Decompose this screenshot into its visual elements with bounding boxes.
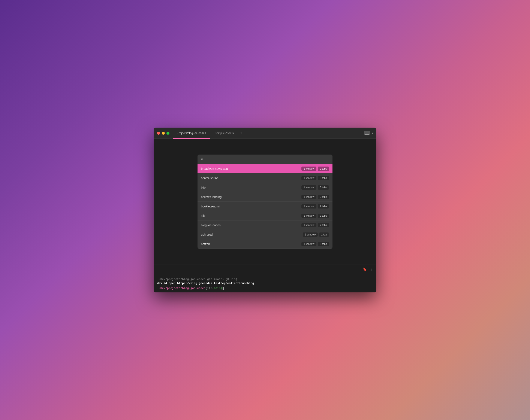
window-badge: 1 window <box>301 185 316 190</box>
prompt-path: ~/Dev/projects/blog-joe-codes <box>157 287 206 290</box>
session-name: batzen <box>201 242 210 246</box>
window-badge: 1 window <box>301 176 316 180</box>
session-add-button[interactable]: + <box>327 157 329 161</box>
main-content: # + broadway-news-app 1 window 2 tabs se… <box>154 139 376 293</box>
terminal-history-text: ~/Dev/projects/blog-joe-codes git:(main)… <box>157 278 237 281</box>
tab-label: Compile Assets <box>214 131 234 135</box>
session-item-blog-joe-codes[interactable]: blog-joe-codes 1 window 2 tabs <box>197 221 333 230</box>
session-name: server-sprint <box>201 176 218 180</box>
session-item-bellows-landing[interactable]: bellows-landing 1 window 2 tabs <box>197 192 333 202</box>
window-badge: 1 window <box>301 214 316 218</box>
tabs-badge: 2 tabs <box>318 204 329 209</box>
window-switcher[interactable] <box>364 131 370 135</box>
session-name: broadway-news-app <box>201 167 228 170</box>
tabs-badge: 5 tabs <box>318 185 329 190</box>
session-item-booklets-admin[interactable]: booklets-admin 1 window 2 tabs <box>197 202 333 211</box>
session-name: blip <box>201 186 206 189</box>
chevron-down-icon[interactable]: ▾ <box>372 132 373 135</box>
prompt-branch: (main) <box>212 287 222 290</box>
session-badges: 1 window 5 tabs <box>301 185 329 190</box>
session-badges: 1 window 2 tabs <box>301 223 329 227</box>
terminal-prompt: ~/Dev/projects/blog-joe-codes git:(main) <box>157 287 373 290</box>
session-badges: 1 window 5 tabs <box>301 176 329 180</box>
session-badges: 1 window 1 tab <box>303 233 329 237</box>
session-panel: # + broadway-news-app 1 window 2 tabs se… <box>197 154 333 249</box>
session-badges: 1 window 2 tabs <box>301 195 329 199</box>
window-badge: 1 window <box>301 242 316 246</box>
tab-blog-joe-codes[interactable]: ..rojects/blog-joe-codes <box>173 127 210 139</box>
window-badge: 1 window <box>303 233 318 237</box>
tab-compile-assets[interactable]: Compile Assets <box>210 127 238 139</box>
session-item-batzen[interactable]: batzen 1 window 5 tabs <box>197 239 333 249</box>
titlebar: ..rojects/blog-joe-codes Compile Assets … <box>154 127 376 139</box>
tabs-badge: 2 tabs <box>318 167 329 171</box>
terminal-actions: 🔖 ⋮ <box>363 267 373 272</box>
session-name: ssh-prod <box>201 233 212 236</box>
session-item-sift[interactable]: sift 1 window 3 tabs <box>197 211 333 221</box>
window-badge: 1 window <box>301 223 316 227</box>
session-badges: 1 window 2 tabs <box>301 204 329 209</box>
tabs-badge: 3 tabs <box>318 214 329 218</box>
tabs-badge: 2 tabs <box>318 223 329 227</box>
window-badge: 1 window <box>301 167 316 171</box>
tab-bar: ..rojects/blog-joe-codes Compile Assets … <box>173 127 364 139</box>
session-header: # + <box>197 154 333 164</box>
terminal-window: ..rojects/blog-joe-codes Compile Assets … <box>154 127 376 293</box>
new-tab-button[interactable]: + <box>238 130 244 136</box>
session-name: blog-joe-codes <box>201 224 221 227</box>
session-badges: 1 window 2 tabs <box>301 167 329 171</box>
terminal-command-prefix: dev && open <box>157 282 177 285</box>
session-item-blip[interactable]: blip 1 window 5 tabs <box>197 183 333 192</box>
session-badges: 1 window 3 tabs <box>301 214 329 218</box>
tabs-badge: 2 tabs <box>318 195 329 199</box>
session-name: booklets-admin <box>201 205 221 208</box>
tabs-badge: 5 tabs <box>318 176 329 180</box>
terminal-command-url: https://blog.joecodes.test/cp/collection… <box>177 282 254 285</box>
bookmark-icon[interactable]: 🔖 <box>363 267 367 272</box>
titlebar-right: ▾ <box>364 131 373 135</box>
window-badge: 1 window <box>301 195 316 199</box>
prompt-git-label: git:(main) <box>206 287 222 290</box>
window-badge: 1 window <box>301 204 316 209</box>
prompt-git-word: git: <box>206 287 212 290</box>
terminal-command-line: dev && open https://blog.joecodes.test/c… <box>157 282 373 285</box>
tabs-badge: 5 tabs <box>318 242 329 246</box>
terminal-history-line: ~/Dev/projects/blog-joe-codes git:(main)… <box>157 278 373 281</box>
session-name: sift <box>201 214 205 218</box>
minimize-button[interactable] <box>162 132 165 135</box>
tab-label: ..rojects/blog-joe-codes <box>177 131 206 135</box>
traffic-lights <box>157 132 169 135</box>
session-item-server-sprint[interactable]: server-sprint 1 window 5 tabs <box>197 173 333 183</box>
session-badges: 1 window 5 tabs <box>301 242 329 246</box>
plus-icon: + <box>240 131 242 135</box>
window-icon-shape <box>365 132 369 135</box>
session-name: bellows-landing <box>201 195 222 199</box>
session-item-ssh-prod[interactable]: ssh-prod 1 window 1 tab <box>197 230 333 239</box>
tabs-badge: 1 tab <box>319 233 329 237</box>
panel-area: # + broadway-news-app 1 window 2 tabs se… <box>154 139 376 265</box>
terminal-cursor <box>222 287 224 290</box>
session-item-broadway-news-app[interactable]: broadway-news-app 1 window 2 tabs <box>197 164 333 173</box>
maximize-button[interactable] <box>166 132 169 135</box>
session-header-hash: # <box>201 157 203 161</box>
more-options-icon[interactable]: ⋮ <box>369 267 373 272</box>
close-button[interactable] <box>157 132 160 135</box>
terminal-area: 🔖 ⋮ ~/Dev/projects/blog-joe-codes git:(m… <box>154 265 376 293</box>
session-list: broadway-news-app 1 window 2 tabs server… <box>197 164 333 249</box>
